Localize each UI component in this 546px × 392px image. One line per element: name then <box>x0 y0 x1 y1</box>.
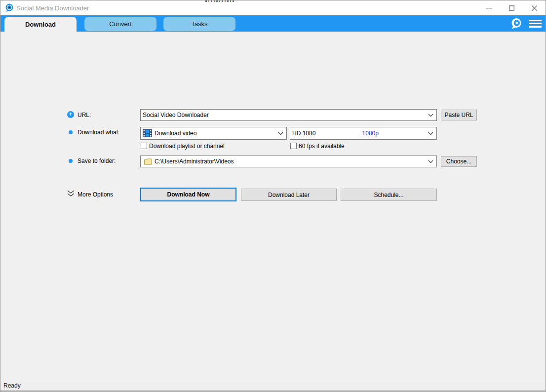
window-title: Social Media Downloader <box>16 4 89 12</box>
playlist-checkbox[interactable] <box>141 143 147 149</box>
paste-url-button[interactable]: Paste URL <box>441 110 477 120</box>
video-film-icon <box>143 129 152 137</box>
download-now-button[interactable]: Download Now <box>140 188 236 201</box>
url-label: URL: <box>78 112 91 118</box>
schedule-button[interactable]: Schedule... <box>341 189 437 201</box>
screen-artifact <box>205 0 234 2</box>
fps-checkbox-label[interactable]: 60 fps if available <box>299 143 345 150</box>
minimize-button[interactable] <box>477 0 500 15</box>
more-options-label[interactable]: More Options <box>78 191 113 198</box>
chevron-down-icon[interactable] <box>428 160 434 163</box>
status-bar: Ready <box>0 381 546 390</box>
chevron-down-icon[interactable] <box>428 132 434 135</box>
chevron-down-icon[interactable] <box>278 132 284 135</box>
window-bottom-edge <box>0 390 546 392</box>
status-text: Ready <box>3 382 21 389</box>
add-url-icon: + <box>67 111 74 118</box>
maximize-button[interactable] <box>500 0 523 15</box>
chevron-down-icon[interactable] <box>428 114 434 117</box>
quality-dropdown[interactable]: HD 1080 1080p <box>290 127 437 140</box>
main-panel: + URL: Social Video Downloader Paste URL… <box>0 32 546 381</box>
url-combobox[interactable]: Social Video Downloader <box>140 109 437 121</box>
menu-icon[interactable] <box>529 19 542 29</box>
tab-bar: Download Convert Tasks <box>0 15 546 32</box>
tab-download[interactable]: Download <box>4 17 77 32</box>
app-window: Social Media Downloader Download Convert… <box>0 0 546 392</box>
save-folder-combobox[interactable]: C:\Users\Administrator\Videos <box>140 156 437 167</box>
save-folder-value: C:\Users\Administrator\Videos <box>155 158 234 165</box>
logo-play-icon[interactable] <box>510 17 523 30</box>
download-what-value: Download video <box>155 130 196 137</box>
tab-convert[interactable]: Convert <box>84 17 156 31</box>
tab-tasks[interactable]: Tasks <box>163 17 235 31</box>
playlist-checkbox-label[interactable]: Download playlist or channel <box>149 143 225 150</box>
app-logo-icon <box>5 3 14 12</box>
close-button[interactable] <box>523 0 546 15</box>
fps-checkbox[interactable] <box>290 143 297 149</box>
double-chevron-down-icon[interactable] <box>67 190 75 197</box>
quality-value: 1080p <box>362 130 382 137</box>
url-value: Social Video Downloader <box>143 112 209 118</box>
title-bar: Social Media Downloader <box>0 0 546 15</box>
download-later-button[interactable]: Download Later <box>241 189 337 201</box>
folder-icon <box>144 158 152 165</box>
bullet-icon <box>69 130 73 134</box>
save-to-label: Save to folder: <box>78 157 116 164</box>
download-what-dropdown[interactable]: Download video <box>140 127 287 140</box>
bullet-icon <box>69 159 73 163</box>
download-what-label: Download what: <box>78 129 119 136</box>
choose-folder-button[interactable]: Choose... <box>441 156 477 167</box>
quality-label: HD 1080 <box>292 130 315 137</box>
